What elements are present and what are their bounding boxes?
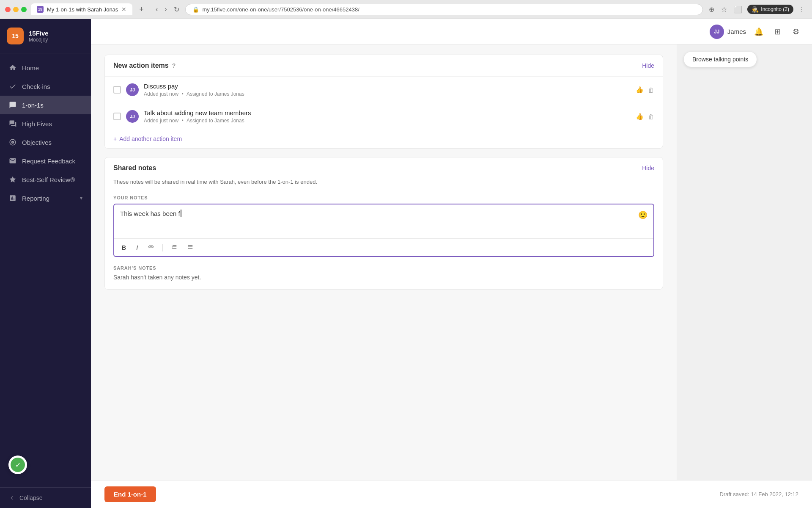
collapse-icon [8,494,15,501]
link-icon [148,244,154,250]
sidebar-nav: Home Check-ins 1-on-1s High Fives [0,53,91,487]
sidebar-logo: 15 15Five Moodjoy [0,19,91,53]
table-row: JJ Talk about adding new team members Ad… [105,103,663,130]
notifications-icon[interactable]: 🔔 [753,26,765,38]
sidebar-item-highfives[interactable]: High Fives [0,114,91,133]
avatar-initials: JJ [130,87,135,92]
add-action-link[interactable]: + Add another action item [113,135,654,142]
user-avatar-initials: JJ [714,29,719,35]
text-cursor [181,210,181,217]
sidebar-item-reporting-label: Reporting [22,195,49,202]
link-button[interactable] [146,243,156,252]
meta-dot-1: • [181,91,185,97]
checkmark-inner: ✓ [11,458,25,472]
delete-icon-2[interactable]: 🗑 [648,113,654,120]
browse-talking-points-button[interactable]: Browse talking points [683,51,757,67]
sidebar-item-home[interactable]: Home [0,58,91,77]
end-1on1-button[interactable]: End 1-on-1 [104,486,156,502]
bookmark-button[interactable]: ☆ [719,4,729,15]
action-item-checkbox-1[interactable] [113,86,121,94]
shared-notes-hide-button[interactable]: Hide [642,165,654,171]
action-item-avatar-1: JJ [126,83,139,96]
delete-icon-1[interactable]: 🗑 [648,86,654,94]
reporting-chevron-icon: ▾ [80,195,82,201]
url-text: my.15five.com/one-on-one/user/7502536/on… [203,6,359,13]
extensions-button[interactable]: ⊕ [707,4,716,15]
action-items-title-text: New action items [113,62,169,69]
menu-button[interactable]: ⋮ [797,4,807,15]
ordered-list-button[interactable] [170,243,179,252]
grid-icon[interactable]: ⊞ [771,26,783,38]
incognito-label: Incognito (2) [761,6,789,12]
browser-tab[interactable]: 15 My 1-on-1s with Sarah Jonas ✕ [31,3,132,15]
reload-button[interactable]: ↻ [172,4,181,15]
action-item-checkbox-2[interactable] [113,113,121,120]
shared-notes-title-text: Shared notes [113,164,156,172]
emoji-button[interactable]: 🙂 [638,210,647,220]
home-icon [8,64,17,72]
shared-notes-title: Shared notes [113,164,156,172]
unordered-list-icon [187,244,193,250]
italic-button[interactable]: I [134,243,140,252]
sidebar-item-reporting[interactable]: Reporting ▾ [0,189,91,207]
add-action-container: + Add another action item [105,130,663,148]
notes-text-content: This week has been f [120,210,180,217]
toolbar-separator [162,244,163,251]
sidebar-item-highfives-label: High Fives [22,120,52,127]
thumbsup-icon-2[interactable]: 👍 [636,113,644,120]
close-dot[interactable] [5,7,11,12]
draft-saved-text: Draft saved: 14 Feb 2022, 12:12 [720,491,798,497]
collapse-button[interactable]: Collapse [8,494,82,501]
checkmark-bubble[interactable]: ✓ [8,456,27,474]
bold-button[interactable]: B [120,243,128,252]
checkins-icon [8,82,17,91]
action-item-avatar-2: JJ [126,110,139,123]
user-name: James [727,28,746,35]
sidebar-item-requestfeedback[interactable]: Request Feedback [0,152,91,170]
sidebar-item-1on1s-label: 1-on-1s [22,102,44,109]
meta-dot-2: • [181,118,185,124]
browser-nav: ‹ › ↻ [154,4,181,15]
sidebar-item-checkins[interactable]: Check-ins [0,77,91,96]
forward-button[interactable]: › [163,4,168,15]
back-button[interactable]: ‹ [154,4,159,15]
action-item-title-2: Talk about adding new team members [144,109,631,116]
sidebar-item-objectives[interactable]: Objectives [0,133,91,152]
content: New action items ? Hide JJ Discuss pay [91,44,812,480]
notes-editor[interactable]: This week has been f 🙂 B I [113,204,654,257]
sarahs-notes-label: SARAH'S NOTES [105,259,663,274]
sidebar-item-1on1s[interactable]: 1-on-1s [0,96,91,114]
add-action-label: Add another action item [119,135,182,142]
notes-text-area[interactable]: This week has been f 🙂 [114,204,653,238]
user-display-name: Moodjoy [29,37,49,43]
sarahs-notes-empty: Sarah hasn't taken any notes yet. [105,274,663,289]
reporting-icon [8,194,17,202]
action-items-section: New action items ? Hide JJ Discuss pay [104,55,663,149]
new-tab-button[interactable]: + [137,4,146,15]
notes-input-text[interactable]: This week has been f [120,210,638,217]
avatar-initials: JJ [130,114,135,119]
browser-actions: ⊕ ☆ ⬜ 🕵 Incognito (2) ⋮ [707,4,807,15]
sidebar-item-bestselfreview[interactable]: Best-Self Review® [0,170,91,189]
tab-close-button[interactable]: ✕ [121,6,126,13]
sidebar-item-checkins-label: Check-ins [22,83,50,90]
maximize-dot[interactable] [21,7,27,12]
browser-dots [5,7,27,12]
thumbsup-icon-1[interactable]: 👍 [636,86,644,94]
logo-text: 15Five Moodjoy [29,30,49,43]
minimize-dot[interactable] [13,7,19,12]
action-items-help-icon[interactable]: ? [172,62,176,69]
table-row: JJ Discuss pay Added just now • Assigned… [105,76,663,103]
sidebar-item-objectives-label: Objectives [22,139,52,146]
sidebar-item-home-label: Home [22,64,39,72]
settings-icon[interactable]: ⚙ [790,26,802,38]
1on1s-icon [8,101,17,109]
topbar: JJ James 🔔 ⊞ ⚙ [91,19,812,44]
lock-icon: 🔒 [192,6,199,13]
incognito-icon: 🕵 [752,6,759,13]
split-button[interactable]: ⬜ [732,4,744,15]
unordered-list-button[interactable] [186,243,195,252]
action-items-hide-button[interactable]: Hide [642,62,654,69]
url-bar[interactable]: 🔒 my.15five.com/one-on-one/user/7502536/… [185,4,703,15]
company-name: 15Five [29,30,49,37]
